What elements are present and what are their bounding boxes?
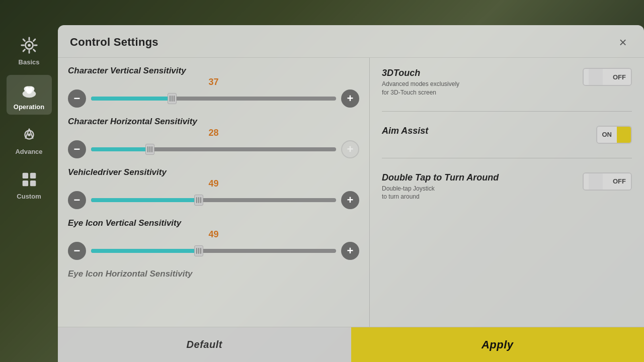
slider-vehicle-track[interactable]: [91, 197, 336, 204]
slider-eye-vert-plus[interactable]: +: [341, 242, 359, 260]
toggle-double-tap-off-bg: [584, 173, 608, 190]
toggle-double-tap: Double Tap to Turn Around Double-tap Joy…: [382, 172, 632, 202]
toggle-3dtouch-control[interactable]: off: [583, 68, 632, 86]
close-button[interactable]: ×: [614, 33, 632, 51]
toggle-3dtouch: 3DTouch Advanced modes exclusivelyfor 3D…: [382, 68, 632, 97]
basics-icon: [18, 34, 40, 56]
slider-vehicle-plus[interactable]: +: [341, 191, 359, 209]
svg-line-8: [33, 39, 35, 41]
slider-thumb-4[interactable]: [194, 245, 203, 256]
slider-char-vert-plus[interactable]: +: [341, 89, 359, 108]
slider-vehicle-row: − +: [68, 191, 359, 209]
svg-rect-17: [22, 173, 28, 178]
slider-thumb-3[interactable]: [194, 195, 203, 206]
advance-icon: [18, 124, 40, 146]
toggle-double-tap-desc: Double-tap Joystickto turn around: [382, 185, 575, 202]
toggle-knob-on: [617, 127, 631, 143]
toggle-3dtouch-state: off: [613, 73, 626, 81]
left-panel: Character Vertical Sensitivity 37 − +: [58, 58, 370, 327]
dialog-header: Control Settings ×: [58, 25, 644, 58]
slider-eye-vert-track[interactable]: [91, 247, 336, 254]
dialog-body: Character Vertical Sensitivity 37 − +: [58, 58, 644, 327]
slider-vehicle-minus[interactable]: −: [68, 191, 86, 209]
svg-point-1: [28, 44, 31, 47]
slider-thumb-2[interactable]: [145, 144, 154, 155]
slider-eye-vert-row: − +: [68, 242, 359, 260]
toggle-3dtouch-info: 3DTouch Advanced modes exclusivelyfor 3D…: [382, 68, 575, 97]
slider-track-fill-3: [91, 198, 199, 202]
slider-track-fill-2: [91, 147, 150, 151]
toggle-double-tap-info: Double Tap to Turn Around Double-tap Joy…: [382, 172, 575, 202]
slider-char-vert-track[interactable]: [91, 95, 336, 102]
sidebar-item-advance[interactable]: Advance: [7, 120, 52, 159]
svg-line-6: [23, 39, 25, 41]
svg-rect-19: [22, 180, 28, 186]
toggle-knob-2: [589, 173, 603, 190]
slider-char-vert-label: Character Vertical Sensitivity: [68, 66, 359, 76]
toggle-aim-assist-info: Aim Assist: [382, 126, 588, 136]
slider-vehicle-value: 49: [68, 178, 359, 189]
slider-vehicle: Vehicledriver Sensitivity 49 − +: [68, 167, 359, 209]
svg-rect-20: [30, 180, 35, 186]
toggle-3dtouch-title: 3DTouch: [382, 68, 575, 78]
sidebar-item-operation[interactable]: Operation: [7, 75, 52, 115]
slider-char-horiz-minus[interactable]: −: [68, 140, 86, 158]
sidebar-label-custom: Custom: [17, 193, 41, 200]
operation-icon: [18, 79, 40, 101]
divider-1: [382, 111, 632, 112]
slider-track-fill: [91, 97, 172, 101]
toggle-aim-assist-state: ON: [602, 131, 612, 138]
toggle-double-tap-title: Double Tap to Turn Around: [382, 172, 575, 183]
svg-point-14: [26, 88, 32, 94]
svg-point-16: [28, 133, 31, 136]
slider-char-horiz-row: − +: [68, 140, 359, 158]
apply-button[interactable]: Apply: [351, 327, 645, 362]
slider-vehicle-label: Vehicledriver Sensitivity: [68, 167, 359, 177]
slider-char-vert: Character Vertical Sensitivity 37 − +: [68, 66, 359, 108]
custom-icon: [18, 168, 40, 191]
svg-rect-18: [30, 173, 35, 178]
slider-char-horiz: Character Horizontal Sensitivity 28 − +: [68, 117, 359, 158]
toggle-3dtouch-off-bg: [584, 69, 608, 85]
slider-char-horiz-plus[interactable]: +: [341, 140, 359, 158]
toggle-knob: [589, 69, 603, 85]
slider-eye-horiz: Eye Icon Horizontal Sensitivity: [68, 269, 359, 279]
sidebar-item-custom[interactable]: Custom: [7, 164, 52, 204]
sidebar-label-advance: Advance: [15, 148, 42, 155]
sidebar-item-basics[interactable]: Basics: [7, 30, 52, 70]
toggle-aim-assist-control[interactable]: ON: [596, 126, 632, 144]
slider-char-vert-value: 37: [68, 77, 359, 87]
slider-eye-vert-label: Eye Icon Vertical Sensitivity: [68, 218, 359, 228]
sidebar-label-operation: Operation: [14, 103, 44, 111]
slider-char-vert-row: − +: [68, 89, 359, 108]
toggle-aim-assist-title: Aim Assist: [382, 126, 588, 136]
slider-char-horiz-track[interactable]: [91, 146, 336, 153]
slider-char-horiz-value: 28: [68, 128, 359, 138]
dialog-title: Control Settings: [70, 36, 158, 49]
svg-line-7: [33, 50, 35, 51]
divider-2: [382, 158, 632, 158]
default-button[interactable]: Default: [58, 327, 351, 362]
svg-line-9: [23, 50, 25, 51]
slider-char-horiz-label: Character Horizontal Sensitivity: [68, 117, 359, 127]
slider-eye-vert-value: 49: [68, 229, 359, 240]
dialog-footer: Default Apply: [58, 327, 644, 362]
slider-eye-horiz-label: Eye Icon Horizontal Sensitivity: [68, 269, 359, 279]
toggle-3dtouch-desc: Advanced modes exclusivelyfor 3D-Touch s…: [382, 80, 575, 97]
slider-char-vert-minus[interactable]: −: [68, 89, 86, 108]
sidebar: Basics Operation Advance: [0, 0, 58, 362]
sidebar-label-basics: Basics: [19, 58, 40, 66]
slider-eye-vert: Eye Icon Vertical Sensitivity 49 − +: [68, 218, 359, 260]
slider-track-fill-4: [91, 249, 199, 253]
slider-thumb[interactable]: [168, 93, 177, 104]
toggle-double-tap-state: OFF: [613, 177, 626, 185]
right-panel: 3DTouch Advanced modes exclusivelyfor 3D…: [370, 58, 644, 327]
dialog: Control Settings × Character Vertical Se…: [58, 25, 644, 362]
slider-eye-vert-minus[interactable]: −: [68, 242, 86, 260]
toggle-double-tap-control[interactable]: OFF: [583, 172, 632, 191]
toggle-aim-assist: Aim Assist ON: [382, 126, 632, 144]
